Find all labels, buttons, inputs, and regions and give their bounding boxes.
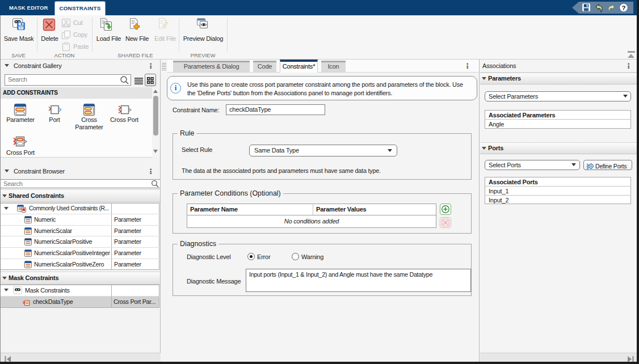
svg-text:?: ? bbox=[621, 5, 625, 11]
